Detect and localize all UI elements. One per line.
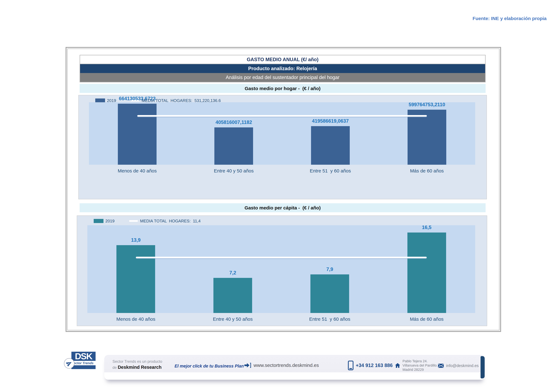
footer-website: www.sectortrends.deskmind.es	[244, 363, 319, 368]
legend: 2019 MEDIA TOTAL HOGARES: 531,220,136.6	[95, 98, 221, 103]
report-page: Fuente: INE y elaboración propia GASTO M…	[0, 0, 554, 392]
house-icon	[395, 363, 400, 368]
legend-media-label: MEDIA TOTAL HOGARES: 11,4	[140, 219, 201, 224]
bar-2	[310, 274, 349, 313]
category-label-0: Menos de 40 años	[87, 315, 184, 323]
paper-plane-icon	[65, 359, 73, 367]
analysis-banner: Análisis por edad del sustentador princi…	[80, 73, 485, 82]
address-line-2: Villanueva del Pardillo.	[402, 363, 437, 367]
header-bands: GASTO MEDIO ANUAL (€/ año) Producto anal…	[80, 55, 486, 82]
category-label-3: Más de 60 años	[378, 315, 475, 323]
footer-bar: Sector Trends es un producto de Deskmind…	[104, 355, 485, 380]
source-note: Fuente: INE y elaboración propia	[473, 16, 547, 21]
bar-value-label-3: 599764753,2110	[409, 102, 445, 107]
bar-1	[213, 278, 252, 313]
dsk-logo-text: DSK	[71, 351, 96, 361]
footer-email: info@deskmind.es	[438, 363, 479, 368]
plot-area: 664130533,6723405816007,1182419586619,06…	[89, 102, 475, 165]
legend-media-swatch	[129, 220, 138, 222]
bar-3	[407, 232, 446, 313]
bar-value-label-3: 16,5	[422, 225, 431, 230]
media-total-line	[137, 115, 427, 117]
dsk-logo-box: DSK Sector Trends	[71, 352, 96, 369]
chart-percapita: 2019 MEDIA TOTAL HOGARES: 11,4 13,97,27,…	[77, 216, 487, 326]
category-label-1: Entre 40 y 50 años	[186, 167, 282, 175]
arrow-right-icon	[244, 363, 251, 368]
footer-accent-cap	[481, 356, 485, 378]
phone-icon	[348, 361, 353, 370]
chart-household: 2019 MEDIA TOTAL HOGARES: 531,220,136.6 …	[78, 95, 487, 199]
section-title-household: Gasto medio por hogar - (€ / año)	[80, 84, 486, 93]
category-label-0: Menos de 40 años	[89, 167, 186, 175]
legend-year-label: 2019	[107, 98, 116, 103]
brand-line-2-prefix: de	[112, 365, 118, 370]
bar-1	[214, 127, 253, 165]
brand-line-2-bold: Deskmind Research	[118, 365, 161, 370]
phone-number: +34 912 163 886	[356, 363, 393, 368]
category-label-2: Entre 51 y 60 años	[282, 167, 379, 175]
envelope-icon	[438, 364, 444, 368]
bar-0	[117, 245, 155, 313]
category-label-1: Entre 40 y 50 años	[184, 315, 281, 323]
bar-2	[311, 126, 350, 165]
footer-tagline: El mejor click de tu Business Plan	[174, 364, 244, 369]
address-line-3: Madrid 28229	[402, 367, 437, 372]
report-frame: GASTO MEDIO ANUAL (€/ año) Producto anal…	[66, 47, 501, 332]
category-axis: Menos de 40 añosEntre 40 y 50 añosEntre …	[87, 315, 475, 323]
footer-phone: +34 912 163 886	[348, 361, 393, 370]
brand-line-1: Sector Trends es un producto	[112, 359, 162, 364]
legend-year-swatch	[94, 219, 104, 223]
address-line-1: Pablo Tejera 24.	[402, 359, 437, 363]
dsk-logo-circle	[64, 358, 74, 369]
legend: 2019 MEDIA TOTAL HOGARES: 11,4	[94, 218, 201, 224]
footer-address: Pablo Tejera 24. Villanueva del Pardillo…	[395, 359, 437, 372]
legend-media-label: MEDIA TOTAL HOGARES: 531,220,136.6	[142, 98, 221, 103]
category-label-3: Más de 60 años	[379, 167, 475, 175]
bar-value-label-1: 405816007,1182	[215, 119, 252, 125]
footer-brand: Sector Trends es un producto de Deskmind…	[112, 359, 162, 370]
page-title: GASTO MEDIO ANUAL (€/ año)	[80, 55, 485, 64]
legend-year-swatch	[95, 98, 105, 103]
plot-area: 13,97,27,916,5	[87, 225, 475, 313]
category-axis: Menos de 40 añosEntre 40 y 50 añosEntre …	[89, 167, 475, 175]
bar-value-label-2: 419586619,0637	[312, 118, 349, 124]
website-url: www.sectortrends.deskmind.es	[254, 363, 319, 368]
bar-value-label-2: 7,9	[326, 266, 333, 272]
media-total-line	[136, 257, 427, 258]
dsk-logo: DSK Sector Trends	[64, 350, 97, 370]
bar-3	[408, 110, 446, 165]
legend-year-label: 2019	[105, 219, 115, 224]
category-label-2: Entre 51 y 60 años	[281, 315, 378, 323]
section-title-percapita: Gasto medio per cápita - (€ / año)	[80, 203, 486, 212]
bar-0	[118, 104, 157, 165]
brand-line-2: de Deskmind Research	[112, 365, 162, 370]
bar-value-label-0: 13,9	[131, 237, 141, 243]
email-address: info@deskmind.es	[446, 363, 479, 368]
bar-value-label-1: 7,2	[229, 270, 236, 276]
product-banner: Producto analizado: Relojería	[80, 64, 485, 73]
